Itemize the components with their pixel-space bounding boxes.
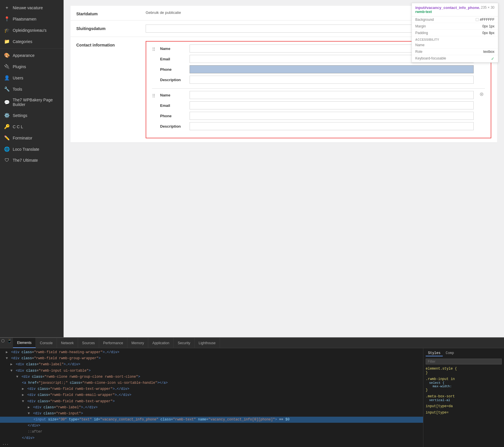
sidebar-item-nieuwe-vacature[interactable]: + Nieuwe vacature	[0, 2, 64, 13]
sidebar-item-label: Plugins	[13, 64, 26, 69]
inspector-element-name: input#vacancy_contact_info_phone.	[415, 5, 480, 10]
style-rule-input-type-da: input[type=da	[426, 404, 502, 408]
contact-desc-row-1: Description	[160, 76, 474, 84]
sidebar-item-plugins[interactable]: 🔌 Plugins	[0, 61, 64, 72]
contact-group-2: ⠿ Name Email	[152, 91, 485, 133]
collapse-arrow[interactable]: ▼	[22, 399, 24, 403]
style-rule-input-type: input[type=	[426, 411, 502, 415]
sidebar-item-loco-translate[interactable]: 🌐 Loco Translate	[0, 144, 64, 155]
sidebar-item-ccl[interactable]: 🔑 C C L	[0, 121, 64, 132]
startdatum-label: Startdatum	[76, 10, 140, 16]
devtools-panel: ⬡ 📱 Elements Console Network Sources Per…	[0, 337, 504, 447]
main-area: + Nieuwe vacature 📍 Plaatsnamen 🎓 Opleid…	[0, 0, 504, 337]
collapse-arrow[interactable]: ▶	[10, 362, 12, 366]
collapse-arrow[interactable]: ▶	[22, 387, 24, 391]
tab-elements[interactable]: Elements	[13, 338, 36, 348]
globe-icon: 🌐	[4, 146, 10, 152]
key-icon: 🔑	[4, 124, 10, 129]
tab-security[interactable]: Security	[174, 338, 194, 348]
inspector-popup: 235 × 30 input#vacancy_contact_info_phon…	[412, 3, 498, 63]
dom-line-9: ▼ <div class="rwmb-field rwmb-text-wrapp…	[0, 398, 423, 405]
tab-application[interactable]: Application	[148, 338, 174, 348]
sidebar-item-users[interactable]: 👤 Users	[0, 72, 64, 83]
devtools-inspector-icon[interactable]: ⬡	[0, 338, 6, 348]
sidebar-item-the7-wpbakery[interactable]: 💬 The7 WPBakery Page Builder	[0, 95, 64, 110]
tab-sources[interactable]: Sources	[78, 338, 99, 348]
edit-icon: ✏️	[4, 135, 10, 141]
sidebar-item-label: Plaatsnamen	[13, 17, 36, 21]
dom-line-7: ▶ <div class="rwmb-field rwmb-text-wrapp…	[0, 386, 423, 392]
contact-divider	[152, 88, 485, 89]
inspector-padding-row: Padding 0px 8px	[412, 30, 498, 36]
contact-name-input-2[interactable]	[190, 91, 474, 99]
dom-line-2: ▼ <div class="rwmb-field rwmb-group-wrap…	[0, 355, 423, 362]
collapse-arrow[interactable]: ▼	[16, 375, 18, 379]
inspector-keyboard-row: Keyboard-focusable ✓	[412, 55, 498, 62]
user-icon: 👤	[4, 75, 10, 81]
collapse-arrow[interactable]: ▶	[6, 350, 8, 354]
devtools-device-icon[interactable]: 📱	[6, 338, 13, 348]
contact-desc-input-1[interactable]	[190, 76, 474, 84]
sidebar-item-label: Forminator	[13, 136, 32, 140]
tab-performance[interactable]: Performance	[99, 338, 127, 348]
sidebar-item-settings[interactable]: ⚙️ Settings	[0, 110, 64, 121]
sidebar-item-label: Appearance	[13, 53, 35, 58]
sidebar-item-forminator[interactable]: ✏️ Forminator	[0, 132, 64, 144]
dom-line-14: ::after	[0, 429, 423, 435]
sidebar-item-label: C C L	[13, 124, 23, 129]
sidebar-item-appearance[interactable]: 🎨 Appearance	[0, 50, 64, 61]
collapse-arrow[interactable]: ▼	[6, 356, 8, 360]
inspector-margin-row: Margin 0px 1px	[412, 23, 498, 30]
contact-phone-input-1[interactable]	[190, 65, 474, 73]
dom-line-3: ▶ <div class="rwmb-label">…</div>	[0, 362, 423, 368]
styles-filter-input[interactable]	[426, 359, 502, 364]
folder-icon: 📁	[4, 39, 10, 44]
sidebar-item-label: Nieuwe vacature	[13, 5, 43, 10]
inspector-element-class: rwmb-text	[415, 10, 432, 14]
inspector-acc-role-row: Role textbox	[412, 49, 498, 55]
chat-icon: 💬	[4, 100, 10, 105]
collapse-arrow[interactable]: ▶	[22, 393, 24, 397]
dom-line-12-selected[interactable]: <input size="30" type="text" id="vacancy…	[0, 417, 423, 423]
style-rule-meta-box-sort: .meta-box-sort vertical-al	[426, 394, 502, 402]
style-rule-element: element.style { }	[426, 367, 502, 375]
contact-remove-btn-2[interactable]: ⊗	[478, 91, 485, 97]
tab-console[interactable]: Console	[36, 338, 57, 348]
contact-desc-input-2[interactable]	[190, 122, 474, 130]
sidebar-item-label: Loco Translate	[13, 147, 39, 152]
contact-email-input-2[interactable]	[190, 101, 474, 109]
sidebar-item-plaatsnamen[interactable]: 📍 Plaatsnamen	[0, 13, 64, 25]
styles-tab-comp[interactable]: Comp	[443, 351, 456, 356]
contact-phone-row-2: Phone	[160, 112, 474, 120]
styles-tabs: Styles Comp	[426, 351, 502, 356]
color-swatch	[476, 18, 479, 21]
styles-tab-styles[interactable]: Styles	[426, 351, 443, 356]
dom-line-13: </div>	[0, 423, 423, 429]
collapse-arrow[interactable]: ▼	[28, 411, 30, 416]
contact-desc-row-2: Description	[160, 122, 474, 130]
devtools-dom-tree: ▶ <div class="rwmb-field rwmb-heading-wr…	[0, 348, 423, 447]
drag-handle-icon-2[interactable]: ⠿	[152, 91, 155, 99]
sidebar-item-label: The7 Ultimate	[13, 158, 38, 163]
collapse-arrow[interactable]: ▶	[28, 405, 30, 409]
sidebar-item-categories[interactable]: 📁 Categories	[0, 36, 64, 47]
tab-lighthouse[interactable]: Lighthouse	[194, 338, 220, 348]
sidebar-item-label: Settings	[13, 113, 27, 118]
collapse-arrow[interactable]: ▼	[10, 369, 12, 373]
drag-handle-icon[interactable]: ⠿	[152, 44, 155, 52]
main-content: 235 × 30 input#vacancy_contact_info_phon…	[64, 0, 504, 337]
sidebar-item-the7-ultimate[interactable]: 🛡 The7 Ultimate	[0, 155, 64, 166]
devtools-body: ▶ <div class="rwmb-field rwmb-heading-wr…	[0, 348, 504, 447]
contact-phone-input-2[interactable]	[190, 112, 474, 120]
contact-label: Contact information	[76, 41, 140, 47]
sidebar-item-opleidingsniveaus[interactable]: 🎓 Opleidingsniveau's	[0, 25, 64, 36]
sidebar-divider	[0, 48, 64, 49]
wrench-icon: 🔧	[4, 86, 10, 92]
contact-email-row-2: Email	[160, 101, 474, 109]
shield-icon: 🛡	[4, 158, 10, 163]
plus-icon: +	[4, 5, 10, 10]
dom-line-8: ▶ <div class="rwmb-field rwmb-email-wrap…	[0, 392, 423, 398]
tab-memory[interactable]: Memory	[127, 338, 148, 348]
tab-network[interactable]: Network	[57, 338, 78, 348]
sidebar-item-tools[interactable]: 🔧 Tools	[0, 83, 64, 95]
